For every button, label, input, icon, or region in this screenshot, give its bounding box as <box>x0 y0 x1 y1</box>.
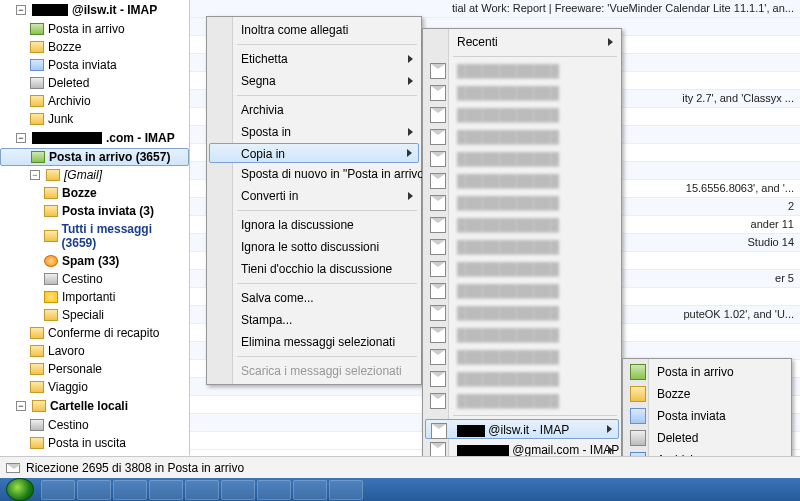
message-subject[interactable]: ander 11 <box>751 218 794 230</box>
message-subject[interactable]: ity 2.7', and 'Classyx ... <box>682 92 794 104</box>
menu-item-folder[interactable]: Posta in arrivo <box>625 361 789 383</box>
sidebar-folder[interactable]: Cestino <box>0 270 189 288</box>
menu-item[interactable]: Sposta di nuovo in "Posta in arrivo" <box>209 163 419 185</box>
menu-item-folder[interactable]: Deleted <box>625 427 789 449</box>
envelope-icon <box>430 173 446 189</box>
collapse-icon[interactable]: − <box>16 133 26 143</box>
menu-item-recent-address[interactable]: ████████████ <box>425 170 619 192</box>
message-subject[interactable]: tial at Work: Report | Freeware: 'VueMin… <box>452 2 794 14</box>
menu-item[interactable]: Stampa... <box>209 309 419 331</box>
folder-label: Viaggio <box>48 380 88 394</box>
message-subject[interactable]: puteOK 1.02', and 'U... <box>683 308 794 320</box>
sidebar-folder[interactable]: Lavoro <box>0 342 189 360</box>
folder-label: Cestino <box>62 272 103 286</box>
menu-item[interactable]: Etichetta <box>209 48 419 70</box>
menu-item[interactable]: Ignora la discussione <box>209 214 419 236</box>
blurred-address: ████████████ <box>457 108 559 122</box>
taskbar[interactable] <box>0 478 800 501</box>
menu-item-recent-address[interactable]: ████████████ <box>425 390 619 412</box>
sidebar-folder[interactable]: Speciali <box>0 306 189 324</box>
sidebar-folder[interactable]: Conferme di recapito <box>0 324 189 342</box>
sidebar-folder[interactable]: Importanti <box>0 288 189 306</box>
menu-item[interactable]: Copia in <box>209 143 419 163</box>
blurred-address: ████████████ <box>457 262 559 276</box>
taskbar-button[interactable] <box>329 480 363 500</box>
sidebar-folder[interactable]: Tutti i messaggi (3659) <box>0 220 189 252</box>
sidebar-folder[interactable]: Cestino <box>0 416 189 434</box>
message-subject[interactable]: 15.6556.8063', and '... <box>686 182 794 194</box>
sidebar-folder[interactable]: Spam (33) <box>0 252 189 270</box>
sidebar-folder[interactable]: Posta inviata <box>0 56 189 74</box>
blurred-address: ████████████ <box>457 306 559 320</box>
menu-item-folder[interactable]: Bozze <box>625 383 789 405</box>
collapse-icon[interactable]: − <box>16 5 26 15</box>
folder-tree[interactable]: − @ilsw.it - IMAP Posta in arrivoBozzePo… <box>0 0 190 455</box>
sidebar-folder-inbox[interactable]: Posta in arrivo (3657) <box>0 148 189 166</box>
sidebar-folder[interactable]: Posta in uscita <box>0 434 189 452</box>
menu-label: Archivia <box>241 103 284 117</box>
sidebar-folder[interactable]: Posta inviata (3) <box>0 202 189 220</box>
menu-item[interactable]: Converti in <box>209 185 419 207</box>
sidebar-folder[interactable]: Posta in arrivo <box>0 20 189 38</box>
blurred-address: ████████████ <box>457 86 559 100</box>
collapse-icon[interactable]: − <box>30 170 40 180</box>
folder-label: Archivio <box>48 94 91 108</box>
collapse-icon[interactable]: − <box>16 401 26 411</box>
menu-item-recent-address[interactable]: ████████████ <box>425 60 619 82</box>
sidebar-folder-gmail[interactable]: − [Gmail] <box>0 166 189 184</box>
submenu-copia-in[interactable]: Recenti ████████████████████████████████… <box>422 28 622 476</box>
blurred-address: ████████████ <box>457 174 559 188</box>
menu-item-recent-address[interactable]: ████████████ <box>425 302 619 324</box>
menu-item-account[interactable]: @ilsw.it - IMAP <box>425 419 619 439</box>
taskbar-button[interactable] <box>41 480 75 500</box>
menu-item-recent-address[interactable]: ████████████ <box>425 324 619 346</box>
menu-item[interactable]: Archivia <box>209 99 419 121</box>
sidebar-folder[interactable]: Bozze <box>0 38 189 56</box>
sidebar-folder[interactable]: Viaggio <box>0 378 189 396</box>
menu-label: @gmail.com - IMAP <box>512 443 619 457</box>
sidebar-folder[interactable]: Bozze <box>0 184 189 202</box>
menu-item[interactable]: Salva come... <box>209 287 419 309</box>
menu-item-recenti[interactable]: Recenti <box>425 31 619 53</box>
message-subject[interactable]: er 5 <box>775 272 794 284</box>
taskbar-button[interactable] <box>293 480 327 500</box>
menu-item-recent-address[interactable]: ████████████ <box>425 258 619 280</box>
envelope-icon <box>430 349 446 365</box>
message-subject[interactable]: Studio 14 <box>748 236 794 248</box>
account-header[interactable]: − .com - IMAP <box>0 128 189 148</box>
sidebar-folder[interactable]: Archivio <box>0 92 189 110</box>
menu-item[interactable]: Tieni d'occhio la discussione <box>209 258 419 280</box>
menu-item[interactable]: Sposta in <box>209 121 419 143</box>
message-subject[interactable]: 2 <box>788 200 794 212</box>
start-button[interactable] <box>6 478 34 501</box>
menu-item-recent-address[interactable]: ████████████ <box>425 280 619 302</box>
context-menu[interactable]: Inoltra come allegatiEtichettaSegnaArchi… <box>206 16 422 385</box>
menu-item[interactable]: Segna <box>209 70 419 92</box>
taskbar-button[interactable] <box>77 480 111 500</box>
menu-item[interactable]: Elimina messaggi selezionati <box>209 331 419 353</box>
menu-item[interactable]: Scarica i messaggi selezionati <box>209 360 419 382</box>
menu-item-recent-address[interactable]: ████████████ <box>425 214 619 236</box>
taskbar-button[interactable] <box>185 480 219 500</box>
account-header[interactable]: − @ilsw.it - IMAP <box>0 0 189 20</box>
taskbar-button[interactable] <box>149 480 183 500</box>
menu-item-recent-address[interactable]: ████████████ <box>425 368 619 390</box>
menu-item-recent-address[interactable]: ████████████ <box>425 126 619 148</box>
taskbar-button[interactable] <box>257 480 291 500</box>
menu-item-recent-address[interactable]: ████████████ <box>425 236 619 258</box>
menu-item[interactable]: Inoltra come allegati <box>209 19 419 41</box>
sidebar-folder[interactable]: Deleted <box>0 74 189 92</box>
sidebar-folder[interactable]: Personale <box>0 360 189 378</box>
menu-item-recent-address[interactable]: ████████████ <box>425 82 619 104</box>
sidebar-folder[interactable]: Junk <box>0 110 189 128</box>
taskbar-button[interactable] <box>113 480 147 500</box>
menu-item-recent-address[interactable]: ████████████ <box>425 346 619 368</box>
local-folders-header[interactable]: − Cartelle locali <box>0 396 189 416</box>
menu-item-recent-address[interactable]: ████████████ <box>425 104 619 126</box>
menu-item-recent-address[interactable]: ████████████ <box>425 192 619 214</box>
menu-separator <box>237 210 417 211</box>
menu-item[interactable]: Ignora le sotto discussioni <box>209 236 419 258</box>
menu-item-folder[interactable]: Posta inviata <box>625 405 789 427</box>
taskbar-button[interactable] <box>221 480 255 500</box>
menu-item-recent-address[interactable]: ████████████ <box>425 148 619 170</box>
